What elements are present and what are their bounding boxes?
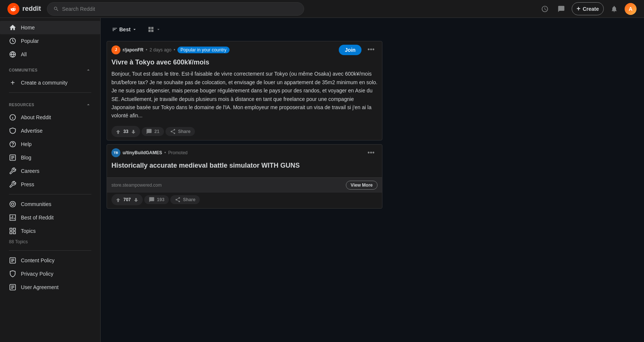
all-icon bbox=[9, 51, 16, 58]
header: reddit + Create A bbox=[0, 0, 644, 18]
user-avatar[interactable]: A bbox=[625, 3, 637, 15]
sidebar-item-press[interactable]: Press bbox=[0, 178, 100, 191]
reddit-logo-icon bbox=[7, 3, 19, 15]
downvote-button[interactable] bbox=[130, 127, 137, 136]
privacy-policy-icon bbox=[9, 270, 16, 278]
sidebar-item-help[interactable]: Help bbox=[0, 137, 100, 151]
careers-label: Careers bbox=[21, 168, 40, 174]
view-icon bbox=[148, 26, 154, 33]
comment-icon-2 bbox=[149, 197, 155, 203]
advertise-label: Advertise bbox=[21, 128, 42, 134]
post-username[interactable]: u/tinyBuildGAMES bbox=[123, 150, 162, 155]
collapse-icon[interactable] bbox=[85, 67, 91, 73]
create-community-item[interactable]: + Create a community bbox=[0, 76, 100, 89]
help-label: Help bbox=[21, 141, 32, 147]
svg-point-8 bbox=[13, 146, 13, 146]
notifications-icon[interactable] bbox=[608, 3, 620, 15]
svg-rect-34 bbox=[151, 30, 154, 32]
advertise-icon bbox=[9, 127, 16, 134]
post-link-url: store.steampowered.com bbox=[111, 183, 162, 188]
chat-icon[interactable] bbox=[555, 3, 567, 15]
sidebar-item-advertise[interactable]: Advertise bbox=[0, 124, 100, 137]
comments-button-2[interactable]: 193 bbox=[144, 195, 169, 204]
communities-icon bbox=[9, 200, 16, 208]
create-plus-icon: + bbox=[577, 5, 581, 13]
sidebar-item-home[interactable]: Home bbox=[0, 21, 100, 34]
resources-section-header: RESOURCES bbox=[0, 96, 100, 111]
create-label: Create bbox=[583, 6, 599, 12]
post-header: J r/japonFR • 2 days ago • Popular in yo… bbox=[107, 41, 382, 58]
careers-icon bbox=[9, 167, 16, 175]
view-more-button[interactable]: View More bbox=[346, 181, 378, 190]
search-bar[interactable] bbox=[47, 2, 304, 16]
svg-rect-32 bbox=[151, 27, 154, 29]
sidebar-popular-label: Popular bbox=[21, 38, 39, 44]
divider-3 bbox=[9, 250, 91, 251]
share-icon-2 bbox=[175, 197, 181, 203]
privacy-policy-label: Privacy Policy bbox=[21, 271, 53, 277]
sort-best-button[interactable]: Best bbox=[108, 24, 141, 35]
blog-label: Blog bbox=[21, 155, 31, 161]
post-link-preview: store.steampowered.com View More bbox=[107, 177, 382, 193]
post-body: Bonjour, Tout est dans le titre. Est-il … bbox=[107, 70, 382, 124]
post-flair: Popular in your country bbox=[177, 47, 229, 53]
share-button[interactable]: Share bbox=[165, 127, 195, 136]
logo-text: reddit bbox=[22, 5, 41, 13]
vote-count: 33 bbox=[123, 129, 128, 134]
sidebar-item-blog[interactable]: Blog bbox=[0, 151, 100, 164]
join-button[interactable]: Join bbox=[339, 45, 362, 55]
streaks-icon[interactable] bbox=[539, 3, 551, 15]
svg-point-14 bbox=[12, 203, 14, 206]
post-more-button-2[interactable]: ••• bbox=[364, 148, 378, 158]
chevron-view-icon bbox=[156, 27, 161, 32]
avatar-initial: A bbox=[629, 6, 632, 12]
sidebar-item-communities[interactable]: Communities bbox=[0, 197, 100, 211]
sidebar-item-all[interactable]: All bbox=[0, 48, 100, 61]
post-title: Vivre à Tokyo avec 600k¥/mois bbox=[107, 58, 382, 70]
post-subreddit-avatar: J bbox=[111, 45, 120, 54]
logo[interactable]: reddit bbox=[7, 3, 41, 15]
sidebar-item-popular[interactable]: Popular bbox=[0, 34, 100, 48]
sidebar-item-best[interactable]: Best of Reddit bbox=[0, 211, 100, 224]
communities-label: COMMUNITIES bbox=[9, 68, 38, 72]
vote-section-2: 707 bbox=[111, 194, 143, 205]
comments-button[interactable]: 21 bbox=[142, 127, 164, 136]
sidebar-item-user-agreement[interactable]: User Agreement bbox=[0, 281, 100, 294]
plus-icon: + bbox=[9, 79, 16, 86]
share-icon bbox=[170, 129, 176, 134]
search-input[interactable] bbox=[62, 6, 298, 12]
post-more-button[interactable]: ••• bbox=[364, 44, 378, 55]
sidebar-item-content-policy[interactable]: Content Policy bbox=[0, 254, 100, 267]
svg-rect-21 bbox=[10, 232, 12, 234]
upvote-button[interactable] bbox=[114, 127, 122, 136]
svg-rect-22 bbox=[13, 232, 16, 234]
post-subreddit-name[interactable]: r/japonFR bbox=[123, 47, 143, 53]
user-agreement-label: User Agreement bbox=[21, 284, 59, 290]
user-agreement-icon bbox=[9, 284, 16, 291]
sidebar-item-privacy-policy[interactable]: Privacy Policy bbox=[0, 267, 100, 281]
about-icon bbox=[9, 114, 16, 121]
header-actions: + Create A bbox=[539, 2, 637, 15]
best-nav-label: Best of Reddit bbox=[21, 215, 54, 221]
communities-section-header: COMMUNITIES bbox=[0, 61, 100, 76]
sidebar-item-careers[interactable]: Careers bbox=[0, 164, 100, 178]
sidebar-item-about[interactable]: About Reddit bbox=[0, 111, 100, 124]
divider-1 bbox=[9, 92, 91, 93]
popular-icon bbox=[9, 37, 16, 45]
create-button[interactable]: + Create bbox=[572, 2, 604, 15]
feed-view-button[interactable] bbox=[144, 24, 165, 35]
post-header-2: TB u/tinyBuildGAMES • Promoted ••• bbox=[107, 145, 382, 161]
share-button-2[interactable]: Share bbox=[170, 195, 200, 204]
topics-count: 88 Topics bbox=[0, 238, 100, 247]
upvote-button-2[interactable] bbox=[114, 196, 122, 204]
create-community-label: Create a community bbox=[21, 80, 67, 86]
post-meta: J r/japonFR • 2 days ago • Popular in yo… bbox=[111, 45, 230, 54]
collapse-resources-icon[interactable] bbox=[85, 102, 91, 108]
sidebar-item-topics[interactable]: Topics bbox=[0, 224, 100, 238]
vote-count-2: 707 bbox=[123, 197, 131, 202]
about-label: About Reddit bbox=[21, 114, 51, 120]
blog-icon bbox=[9, 154, 16, 161]
press-icon bbox=[9, 181, 16, 188]
post-card: J r/japonFR • 2 days ago • Popular in yo… bbox=[107, 41, 382, 140]
downvote-button-2[interactable] bbox=[132, 196, 140, 204]
